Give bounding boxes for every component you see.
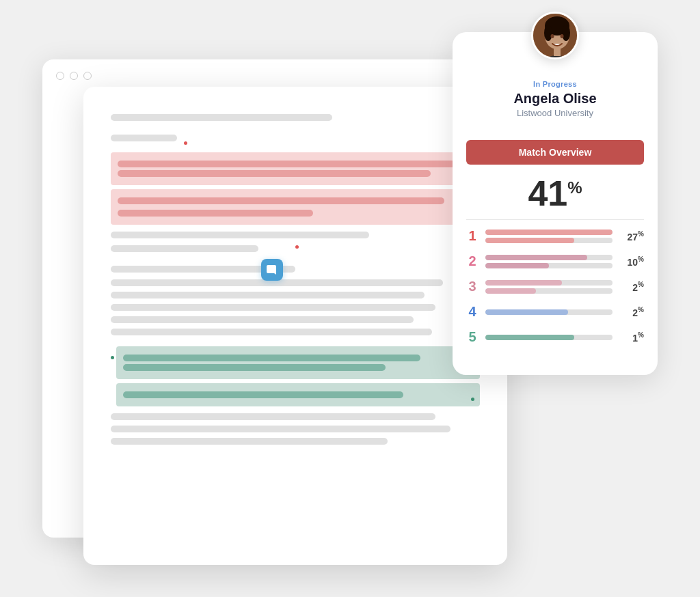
match-num-1: 1: [466, 228, 479, 244]
pink-line-3: [118, 197, 444, 204]
green-line-3: [123, 391, 403, 398]
panel-header: In Progress Angela Olise Listwood Univer…: [453, 32, 658, 129]
match-bar-row-1a: [485, 230, 612, 235]
pink-line-4: [118, 210, 313, 217]
right-panel: In Progress Angela Olise Listwood Univer…: [453, 32, 658, 375]
doc-line-gap: [111, 245, 258, 252]
match-pct-3: 2%: [619, 281, 644, 293]
pink-block-2: [111, 189, 480, 225]
match-item-3: 3 2%: [466, 279, 644, 294]
match-bar-row-2a: [485, 255, 612, 260]
match-bar-container-1: [485, 230, 612, 243]
match-bar-row-4a: [485, 309, 612, 315]
match-bar-container-3: [485, 280, 612, 294]
person-university: Listwood University: [469, 108, 641, 118]
document-content: [83, 87, 507, 472]
green-highlight-section: [111, 346, 480, 406]
match-bar-fill-1a: [485, 230, 612, 235]
window-titlebar: [42, 59, 466, 88]
comment-bubble-2[interactable]: [261, 259, 283, 281]
match-item-5: 5 1%: [466, 329, 644, 345]
match-num-2: 2: [466, 253, 479, 269]
match-num-3: 3: [466, 279, 479, 294]
match-bar-container-2: [485, 255, 612, 268]
match-pct-2: 10%: [619, 255, 644, 268]
pink-line-2: [118, 170, 431, 177]
match-bar-container-4: [485, 309, 612, 315]
doc-title-line: [111, 114, 332, 121]
doc-line-long-3: [111, 304, 435, 311]
window-dot-2: [70, 72, 78, 80]
pink-highlight-section: [111, 152, 480, 225]
green-block-1: [116, 346, 480, 379]
main-scene: In Progress Angela Olise Listwood Univer…: [42, 32, 658, 565]
match-bar-fill-5a: [485, 335, 574, 340]
middle-section: [111, 266, 480, 273]
doc-line-short: [111, 135, 177, 141]
red-dot-marker: [184, 141, 187, 145]
red-dot-2: [295, 245, 299, 249]
match-bar-row-3a: [485, 280, 612, 286]
match-bar-fill-4a: [485, 309, 568, 315]
match-item-1: 1 27%: [466, 228, 644, 244]
match-bar-row-5a: [485, 335, 612, 340]
match-list: 1 27% 2: [453, 228, 658, 345]
match-bar-row-2b: [485, 263, 612, 268]
match-bar-fill-2b: [485, 263, 549, 268]
doc-line-long-4: [111, 316, 414, 323]
pink-line-1: [118, 161, 455, 167]
match-bar-fill-1b: [485, 238, 574, 243]
match-item-4: 4 2%: [466, 304, 644, 320]
doc-line-long-5: [111, 329, 432, 335]
doc-line-long-2: [111, 292, 425, 298]
person-name: Angela Olise: [469, 91, 641, 107]
status-label: In Progress: [469, 80, 641, 88]
window-dot-1: [56, 72, 64, 80]
match-bar-fill-3a: [485, 280, 562, 286]
green-line-2: [123, 364, 386, 371]
green-line-1: [123, 355, 420, 361]
main-document-window: [83, 87, 507, 565]
doc-line-after-pink: [111, 232, 369, 238]
match-num-5: 5: [466, 329, 479, 345]
window-dot-3: [83, 72, 92, 80]
green-dot-marker: [111, 356, 114, 359]
match-bar-row-3b: [485, 288, 612, 294]
match-pct-1: 27%: [619, 230, 644, 242]
match-num-4: 4: [466, 304, 479, 320]
match-bar-fill-2a: [485, 255, 587, 260]
match-overview-bar: Match Overview: [466, 140, 644, 165]
panel-divider: [466, 219, 644, 220]
match-bar-fill-3b: [485, 288, 536, 294]
doc-line-bottom-2: [111, 426, 450, 432]
pink-block-1: [111, 152, 480, 185]
match-bar-row-1b: [485, 238, 612, 243]
match-percentage: 41%: [453, 165, 658, 219]
match-pct-4: 2%: [619, 306, 644, 318]
green-block-2: [116, 383, 480, 406]
match-bar-container-5: [485, 335, 612, 340]
doc-line-bottom-3: [111, 438, 388, 445]
doc-line-bottom-1: [111, 413, 435, 420]
green-dot-2: [471, 398, 474, 401]
match-pct-5: 1%: [619, 331, 644, 344]
match-item-2: 2 10%: [466, 253, 644, 269]
